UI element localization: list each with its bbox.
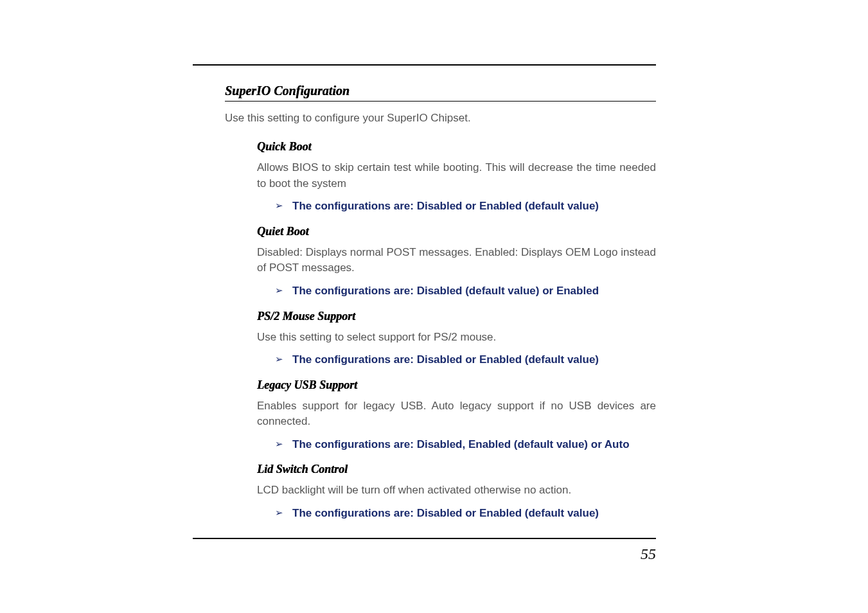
bullet-arrow-icon: ➢ xyxy=(275,351,283,367)
item-quiet-boot: Quiet Boot Disabled: Displays normal POS… xyxy=(225,225,656,299)
item-config-line: ➢ The configurations are: Disabled or En… xyxy=(257,198,656,215)
item-description: Enables support for legacy USB. Auto leg… xyxy=(257,398,656,430)
item-title: Quick Boot xyxy=(257,140,656,154)
bullet-arrow-icon: ➢ xyxy=(275,436,283,452)
item-description: Allows BIOS to skip certain test while b… xyxy=(257,160,656,191)
item-config-text: The configurations are: Disabled or Enab… xyxy=(292,198,599,215)
item-config-line: ➢ The configurations are: Disabled (defa… xyxy=(257,283,656,299)
item-title: PS/2 Mouse Support xyxy=(257,310,656,323)
item-quick-boot: Quick Boot Allows BIOS to skip certain t… xyxy=(225,140,656,215)
item-config-text: The configurations are: Disabled or Enab… xyxy=(292,351,599,368)
item-title: Lid Switch Control xyxy=(257,463,656,476)
item-ps2-mouse-support: PS/2 Mouse Support Use this setting to s… xyxy=(225,310,656,368)
page-number: 55 xyxy=(641,546,656,563)
bullet-arrow-icon: ➢ xyxy=(275,283,283,298)
content-area: SuperIO Configuration Use this setting t… xyxy=(225,84,656,532)
item-legacy-usb-support: Legacy USB Support Enables support for l… xyxy=(225,378,656,453)
item-title: Legacy USB Support xyxy=(257,378,656,392)
item-config-text: The configurations are: Disabled or Enab… xyxy=(292,505,599,522)
bullet-arrow-icon: ➢ xyxy=(275,505,283,520)
item-description: Use this setting to select support for P… xyxy=(257,330,656,346)
section-intro-text: Use this setting to configure your Super… xyxy=(225,112,656,125)
item-lid-switch-control: Lid Switch Control LCD backlight will be… xyxy=(225,463,656,521)
item-config-line: ➢ The configurations are: Disabled or En… xyxy=(257,505,656,522)
bottom-horizontal-rule xyxy=(193,538,656,539)
item-config-line: ➢ The configurations are: Disabled, Enab… xyxy=(257,436,656,453)
page: SuperIO Configuration Use this setting t… xyxy=(0,0,868,613)
item-config-line: ➢ The configurations are: Disabled or En… xyxy=(257,351,656,368)
top-horizontal-rule xyxy=(193,64,656,66)
item-description: Disabled: Displays normal POST messages.… xyxy=(257,245,656,276)
item-config-text: The configurations are: Disabled, Enable… xyxy=(292,436,630,453)
section-title: SuperIO Configuration xyxy=(225,84,656,102)
item-config-text: The configurations are: Disabled (defaul… xyxy=(292,283,599,299)
item-title: Quiet Boot xyxy=(257,225,656,238)
item-description: LCD backlight will be turn off when acti… xyxy=(257,483,656,499)
bullet-arrow-icon: ➢ xyxy=(275,198,283,213)
